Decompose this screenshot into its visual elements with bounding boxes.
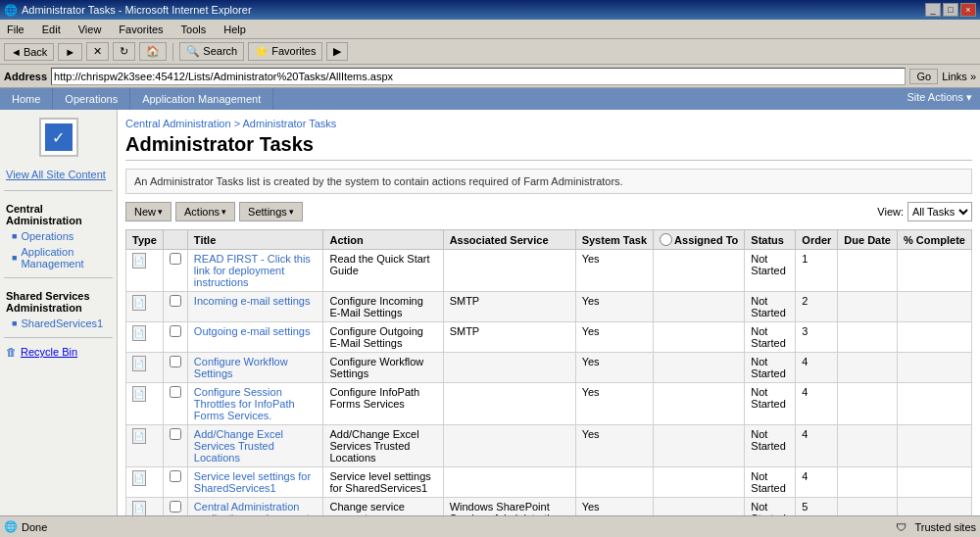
cell-status: Not Started bbox=[745, 250, 796, 292]
table-row: 📄 Incoming e-mail settings Configure Inc… bbox=[126, 292, 972, 322]
minimize-button[interactable]: _ bbox=[925, 3, 941, 17]
address-input[interactable] bbox=[51, 68, 906, 85]
col-system-task: System Task bbox=[575, 230, 653, 250]
close-button[interactable]: × bbox=[960, 3, 976, 17]
media-button[interactable]: ▶ bbox=[326, 42, 348, 61]
cell-checkbox[interactable] bbox=[163, 467, 187, 498]
cell-due-date bbox=[838, 467, 898, 498]
cell-title[interactable]: Central Administration application pool … bbox=[187, 498, 323, 516]
cell-checkbox[interactable] bbox=[163, 322, 187, 353]
nav-tab-home[interactable]: Home bbox=[0, 88, 53, 110]
trusted-sites-label: Trusted sites bbox=[914, 521, 976, 533]
nav-tab-operations[interactable]: Operations bbox=[53, 88, 130, 110]
menu-edit[interactable]: Edit bbox=[39, 23, 64, 36]
col-assigned-to: Assigned To bbox=[654, 230, 745, 250]
col-type: Type bbox=[126, 230, 164, 250]
cell-associated-service bbox=[443, 383, 575, 425]
cell-status: Not Started bbox=[745, 467, 796, 498]
actions-button[interactable]: Actions ▾ bbox=[175, 202, 235, 221]
cell-action: Add/Change Excel Services Trusted Locati… bbox=[323, 425, 443, 467]
status-bar: 🌐 Done 🛡 Trusted sites bbox=[0, 515, 980, 537]
cell-percent-complete bbox=[898, 383, 972, 425]
cell-title[interactable]: READ FIRST - Click this link for deploym… bbox=[187, 250, 323, 292]
trusted-sites-icon: 🛡 bbox=[896, 521, 906, 533]
cell-associated-service bbox=[443, 353, 575, 383]
cell-title[interactable]: Outgoing e-mail settings bbox=[187, 322, 323, 353]
cell-system-task: Yes bbox=[575, 353, 653, 383]
recycle-bin-link[interactable]: Recycle Bin bbox=[21, 346, 77, 358]
cell-percent-complete bbox=[898, 322, 972, 353]
sidebar-item-application-management[interactable]: ■ Application Management bbox=[0, 244, 117, 271]
cell-due-date bbox=[838, 322, 898, 353]
site-actions-button[interactable]: Site Actions ▾ bbox=[899, 88, 980, 110]
menu-help[interactable]: Help bbox=[220, 23, 249, 36]
cell-type: 📄 bbox=[126, 292, 164, 322]
go-button[interactable]: Go bbox=[909, 69, 938, 84]
col-associated-service: Associated Service bbox=[443, 230, 575, 250]
stop-button[interactable]: ✕ bbox=[86, 42, 109, 61]
cell-assigned-to bbox=[654, 425, 745, 467]
new-chevron-icon: ▾ bbox=[158, 207, 163, 217]
maximize-button[interactable]: □ bbox=[943, 3, 958, 17]
cell-action: Configure InfoPath Forms Services bbox=[323, 383, 443, 425]
cell-checkbox[interactable] bbox=[163, 425, 187, 467]
cell-checkbox[interactable] bbox=[163, 498, 187, 516]
page-title: Administrator Tasks bbox=[125, 133, 972, 161]
cell-assigned-to bbox=[654, 250, 745, 292]
menu-view[interactable]: View bbox=[75, 23, 105, 36]
address-label: Address bbox=[4, 71, 47, 82]
forward-button[interactable]: ► bbox=[58, 43, 82, 61]
cell-due-date bbox=[838, 498, 898, 516]
action-toolbar: New ▾ Actions ▾ Settings ▾ View: All Tas… bbox=[125, 202, 972, 221]
cell-title[interactable]: Incoming e-mail settings bbox=[187, 292, 323, 322]
cell-system-task bbox=[575, 467, 653, 498]
cell-checkbox[interactable] bbox=[163, 292, 187, 322]
actions-label: Actions bbox=[184, 206, 220, 218]
menu-tools[interactable]: Tools bbox=[178, 23, 210, 36]
cell-status: Not Started bbox=[745, 292, 796, 322]
ie-icon: 🌐 bbox=[4, 4, 18, 17]
home-button[interactable]: 🏠 bbox=[139, 42, 167, 61]
new-button[interactable]: New ▾ bbox=[125, 202, 172, 221]
cell-type: 📄 bbox=[126, 383, 164, 425]
cell-system-task: Yes bbox=[575, 383, 653, 425]
recycle-bin-item[interactable]: 🗑 Recycle Bin bbox=[0, 344, 117, 360]
menu-file[interactable]: File bbox=[4, 23, 27, 36]
cell-assigned-to bbox=[654, 322, 745, 353]
title-bar-controls: _ □ × bbox=[925, 3, 976, 17]
sidebar-link-application-management[interactable]: Application Management bbox=[21, 246, 111, 269]
cell-action: Service level settings for SharedService… bbox=[323, 467, 443, 498]
sidebar-link-operations[interactable]: Operations bbox=[21, 230, 74, 242]
cell-order: 4 bbox=[796, 467, 838, 498]
cell-checkbox[interactable] bbox=[163, 250, 187, 292]
favorites-button[interactable]: ⭐ Favorites bbox=[248, 42, 322, 61]
refresh-button[interactable]: ↻ bbox=[113, 42, 135, 61]
view-all-site-content-button[interactable]: View All Site Content bbox=[0, 165, 117, 184]
cell-title[interactable]: Configure Workflow Settings bbox=[187, 353, 323, 383]
menu-favorites[interactable]: Favorites bbox=[116, 23, 166, 36]
cell-title[interactable]: Add/Change Excel Services Trusted Locati… bbox=[187, 425, 323, 467]
links-label[interactable]: Links » bbox=[942, 71, 976, 82]
back-button[interactable]: ◄ Back bbox=[4, 43, 54, 61]
settings-button[interactable]: Settings ▾ bbox=[239, 202, 303, 221]
cell-type: 📄 bbox=[126, 467, 164, 498]
cell-associated-service bbox=[443, 250, 575, 292]
cell-percent-complete bbox=[898, 498, 972, 516]
search-button[interactable]: 🔍 Search bbox=[179, 42, 244, 61]
sidebar-item-operations[interactable]: ■ Operations bbox=[0, 228, 117, 244]
cell-percent-complete bbox=[898, 292, 972, 322]
nav-tab-application-management[interactable]: Application Management bbox=[130, 88, 273, 110]
sidebar-item-sharedservices1[interactable]: ■ SharedServices1 bbox=[0, 316, 117, 331]
sidebar-link-sharedservices1[interactable]: SharedServices1 bbox=[21, 317, 103, 329]
view-select[interactable]: All Tasks bbox=[907, 202, 972, 221]
cell-title[interactable]: Service level settings for SharedService… bbox=[187, 467, 323, 498]
cell-title[interactable]: Configure Session Throttles for InfoPath… bbox=[187, 383, 323, 425]
table-row: 📄 Outgoing e-mail settings Configure Out… bbox=[126, 322, 972, 353]
cell-type: 📄 bbox=[126, 353, 164, 383]
col-order: Order bbox=[796, 230, 838, 250]
cell-checkbox[interactable] bbox=[163, 383, 187, 425]
col-status: Status bbox=[745, 230, 796, 250]
cell-action: Change service accounts. bbox=[323, 498, 443, 516]
cell-order: 4 bbox=[796, 353, 838, 383]
cell-checkbox[interactable] bbox=[163, 353, 187, 383]
